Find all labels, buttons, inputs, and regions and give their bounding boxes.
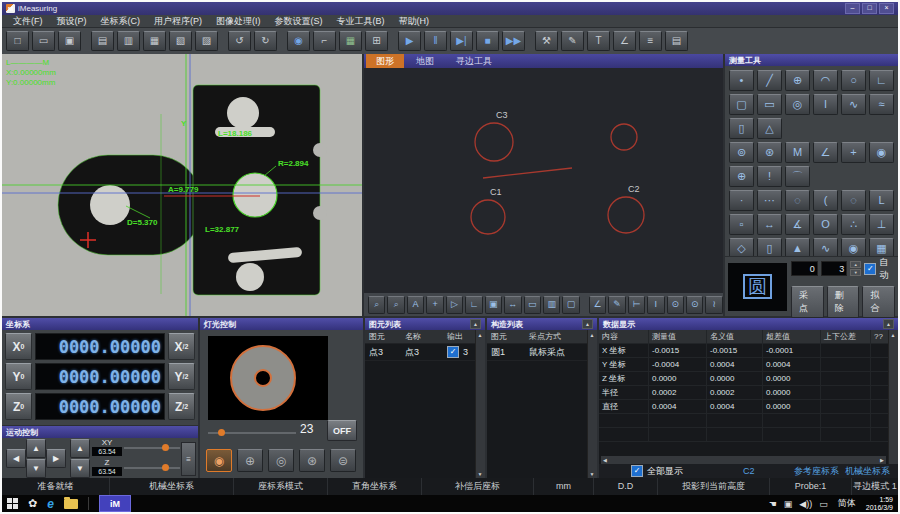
fullscreen-icon[interactable]: ⊞: [365, 31, 388, 51]
data-row-z[interactable]: Z 坐标0.0000 0.00000.0000: [599, 372, 889, 386]
chat-icon[interactable]: ▭: [819, 499, 828, 509]
circle-dim-icon[interactable]: ⊙: [667, 296, 684, 314]
construct-line-icon[interactable]: ⋯: [757, 190, 782, 211]
arch-measure-icon[interactable]: ⌒: [785, 166, 810, 187]
zero-y-button[interactable]: Y0: [5, 363, 32, 390]
delete-button[interactable]: 删除: [827, 286, 860, 318]
half-x-button[interactable]: X/2: [168, 333, 195, 360]
imeasuring-taskbar-button[interactable]: iM: [99, 495, 131, 512]
measure-polyline-icon[interactable]: ≈: [869, 94, 894, 115]
status-probe[interactable]: Probe:1: [770, 478, 852, 495]
measure-rect-icon[interactable]: ▭: [757, 94, 782, 115]
taskbar-clock[interactable]: 1:59 2016/3/9: [866, 496, 893, 512]
new-file-icon[interactable]: □: [6, 31, 29, 51]
light-spoke-icon[interactable]: ⊛: [299, 449, 325, 472]
status-edge-mode[interactable]: 寻边模式 1: [852, 478, 898, 495]
measure-curve-icon[interactable]: ∿: [841, 94, 866, 115]
construct-arc-icon[interactable]: (: [813, 190, 838, 211]
col-name[interactable]: 名称: [405, 330, 447, 343]
menu-file[interactable]: 文件(F): [6, 15, 50, 28]
measure-line-icon[interactable]: ╱: [757, 70, 782, 91]
spline-dim-icon[interactable]: ≀: [705, 296, 722, 314]
angle-tool-icon[interactable]: ∠: [613, 31, 636, 51]
perpendicular-icon[interactable]: ∟: [465, 296, 482, 314]
layers-icon[interactable]: ▥: [543, 296, 560, 314]
menu-user-program[interactable]: 用户程序(P): [147, 15, 209, 28]
scroll-up-icon[interactable]: [889, 330, 897, 339]
scroll-down-icon[interactable]: [476, 469, 484, 478]
construct-circle-icon[interactable]: ◌: [785, 190, 810, 211]
status-coord-mode[interactable]: 座标系模式: [234, 478, 328, 495]
fit-text-icon[interactable]: A: [407, 296, 424, 314]
status-machine-coords[interactable]: 机械坐标系: [110, 478, 234, 495]
zero-x-button[interactable]: X0: [5, 333, 32, 360]
pinwheel-app-icon[interactable]: ✿: [28, 498, 37, 509]
edit-dim-icon[interactable]: ✎: [608, 296, 625, 314]
col-element[interactable]: 图元: [487, 330, 529, 343]
status-projection[interactable]: 投影到当前高度: [658, 478, 770, 495]
circle2-dim-icon[interactable]: ⊙: [686, 296, 703, 314]
compare-ring-icon[interactable]: ⊚: [729, 142, 754, 163]
save-icon[interactable]: ▣: [58, 31, 81, 51]
construct-perp-icon[interactable]: ⊥: [869, 214, 894, 235]
spin-down-button[interactable]: [850, 269, 861, 276]
construct-ellipse-icon[interactable]: ◌: [841, 190, 866, 211]
half-y-button[interactable]: Y/2: [168, 363, 195, 390]
camera-view-panel[interactable]: L————M X:0.00000mm Y:0.00000mm Y L=18.18…: [2, 54, 362, 316]
run-icon[interactable]: ▶: [398, 31, 421, 51]
focus-target-icon[interactable]: ⊕: [729, 166, 754, 187]
draw-line-icon[interactable]: ✎: [561, 31, 584, 51]
menu-image-processing[interactable]: 图像处理(I): [209, 15, 268, 28]
light-intensity-slider[interactable]: [208, 428, 296, 438]
edge-pillar-icon[interactable]: !: [757, 166, 782, 187]
measure-height-icon[interactable]: I: [813, 94, 838, 115]
touch-icon[interactable]: ☚: [769, 499, 777, 509]
measure-arc-icon[interactable]: ◠: [813, 70, 838, 91]
element-row[interactable]: 点3 点3 3: [365, 344, 485, 361]
data-row-radius[interactable]: 半径0.0002 0.00020.0000: [599, 386, 889, 400]
multi-select-icon[interactable]: ▣: [485, 296, 502, 314]
light-multi-icon[interactable]: ◎: [268, 449, 294, 472]
zoom-in-icon[interactable]: ⌕: [368, 296, 385, 314]
measure-cone-icon[interactable]: △: [757, 118, 782, 139]
cross-measure-icon[interactable]: +: [841, 142, 866, 163]
light-slider-knob[interactable]: [218, 429, 225, 436]
menu-parameter-settings[interactable]: 参数设置(S): [268, 15, 330, 28]
program-batch-icon[interactable]: ▨: [195, 31, 218, 51]
measure-slot-icon[interactable]: ▢: [729, 94, 754, 115]
measure-cylinder-icon[interactable]: ▯: [729, 118, 754, 139]
program-import-icon[interactable]: ▧: [169, 31, 192, 51]
status-cartesian[interactable]: 直角坐标系: [328, 478, 422, 495]
screen-icon[interactable]: ▢: [562, 296, 579, 314]
light-ring4-icon[interactable]: ⊕: [237, 449, 263, 472]
auto-checkbox[interactable]: [864, 263, 876, 275]
show-all-checkbox[interactable]: [631, 465, 643, 477]
text-dim-icon[interactable]: I: [647, 296, 664, 314]
tab-graphic[interactable]: 图形: [366, 54, 404, 69]
spin-up-button[interactable]: [850, 261, 861, 268]
pause-icon[interactable]: ‖: [424, 31, 447, 51]
measure-corner-icon[interactable]: ∟: [869, 70, 894, 91]
jog-left-button[interactable]: ◀: [6, 449, 26, 468]
construct-point-icon[interactable]: ·: [729, 190, 754, 211]
file-explorer-icon[interactable]: [64, 499, 78, 509]
program-save2-icon[interactable]: ▥: [117, 31, 140, 51]
col-element[interactable]: 图元: [365, 330, 405, 343]
status-units[interactable]: mm: [534, 478, 594, 495]
z-up-button[interactable]: ▲: [70, 439, 90, 458]
program-save-icon[interactable]: ▤: [91, 31, 114, 51]
move-measure-icon[interactable]: M: [785, 142, 810, 163]
col-output[interactable]: 输出: [447, 330, 477, 343]
light-off-button[interactable]: OFF: [327, 420, 357, 441]
scroll-left-icon[interactable]: [601, 456, 609, 464]
construct-ring-icon[interactable]: O: [813, 214, 838, 235]
construct-rect-icon[interactable]: ▫: [729, 214, 754, 235]
fast-forward-icon[interactable]: ▶▶: [502, 31, 525, 51]
pan-icon[interactable]: ↔: [504, 296, 521, 314]
data-row-diameter[interactable]: 直径0.0004 0.00040.0000: [599, 400, 889, 414]
construct-pattern-icon[interactable]: ∴: [841, 214, 866, 235]
jog-down-button[interactable]: ▼: [26, 459, 46, 478]
xy-speed-slider[interactable]: [124, 447, 180, 449]
tag-icon[interactable]: ▭: [524, 296, 541, 314]
collapse-up-icon[interactable]: [582, 319, 593, 329]
